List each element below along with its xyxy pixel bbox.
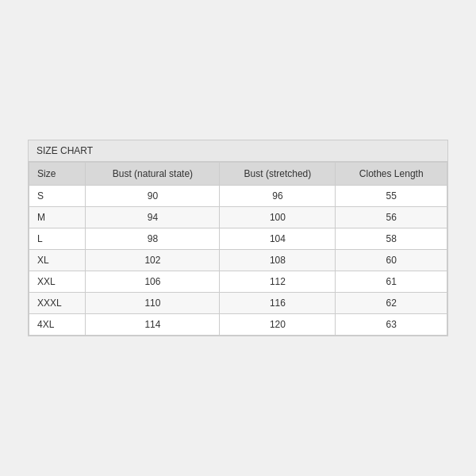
table-cell-size: L	[29, 228, 86, 250]
table-row: 4XL11412063	[29, 314, 447, 336]
column-header-bust-stretched: Bust (stretched)	[220, 163, 336, 186]
table-cell-bust_stretched: 96	[220, 186, 336, 207]
table-header-row: Size Bust (natural state) Bust (stretche…	[29, 163, 447, 186]
table-cell-bust_natural: 90	[86, 186, 220, 207]
table-cell-size: XXL	[29, 271, 86, 293]
table-row: XXL10611261	[29, 271, 447, 293]
table-cell-size: XXXL	[29, 293, 86, 314]
table-cell-bust_stretched: 116	[220, 293, 336, 314]
table-cell-bust_natural: 106	[86, 271, 220, 293]
table-cell-length: 63	[336, 314, 447, 336]
table-row: S909655	[29, 186, 447, 207]
table-cell-length: 55	[336, 186, 447, 207]
table-cell-bust_stretched: 112	[220, 271, 336, 293]
table-cell-length: 60	[336, 250, 447, 271]
size-chart-table: Size Bust (natural state) Bust (stretche…	[29, 162, 447, 336]
table-row: XXXL11011662	[29, 293, 447, 314]
table-cell-length: 61	[336, 271, 447, 293]
table-cell-length: 62	[336, 293, 447, 314]
table-cell-bust_stretched: 108	[220, 250, 336, 271]
table-cell-length: 56	[336, 207, 447, 228]
table-cell-bust_stretched: 100	[220, 207, 336, 228]
table-cell-bust_natural: 110	[86, 293, 220, 314]
table-body: S909655M9410056L9810458XL10210860XXL1061…	[29, 186, 447, 336]
table-cell-bust_stretched: 104	[220, 228, 336, 250]
table-cell-length: 58	[336, 228, 447, 250]
table-cell-size: M	[29, 207, 86, 228]
column-header-size: Size	[29, 163, 86, 186]
table-cell-size: S	[29, 186, 86, 207]
table-cell-size: 4XL	[29, 314, 86, 336]
table-cell-bust_natural: 102	[86, 250, 220, 271]
table-cell-bust_natural: 114	[86, 314, 220, 336]
table-cell-bust_natural: 94	[86, 207, 220, 228]
chart-title: SIZE CHART	[29, 140, 447, 162]
table-row: L9810458	[29, 228, 447, 250]
table-row: M9410056	[29, 207, 447, 228]
column-header-length: Clothes Length	[336, 163, 447, 186]
column-header-bust-natural: Bust (natural state)	[86, 163, 220, 186]
size-chart-container: SIZE CHART Size Bust (natural state) Bus…	[28, 140, 448, 336]
table-cell-bust_stretched: 120	[220, 314, 336, 336]
table-row: XL10210860	[29, 250, 447, 271]
table-cell-size: XL	[29, 250, 86, 271]
table-cell-bust_natural: 98	[86, 228, 220, 250]
